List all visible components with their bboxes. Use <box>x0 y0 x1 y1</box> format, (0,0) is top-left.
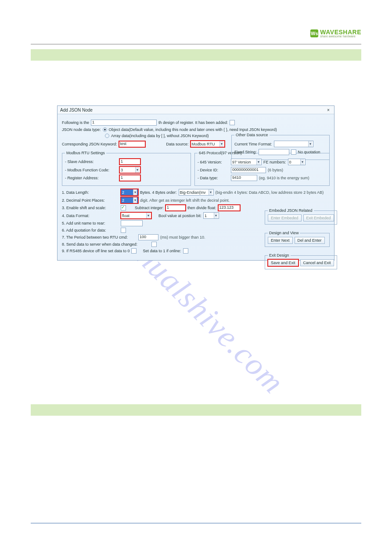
add-json-node-dialog: Add JSON Node × Following is the 1 th de… <box>57 105 334 261</box>
json-node-type-label: JSON node data type: <box>62 127 101 132</box>
embeded-legend: Embeded JSON Related <box>268 208 314 213</box>
row2-note: digit. After get as intenger left shift … <box>140 198 230 203</box>
bool-pos-label: Bool value at postion bit: <box>158 214 201 218</box>
radio-object-label: Object data(Default value, including thi… <box>109 127 277 132</box>
exit-embeded-button[interactable]: Exit Embeded <box>303 214 334 221</box>
row9-label: 9. If RS485 device off line set data to … <box>62 249 129 253</box>
divide-float-label: then divide float: <box>187 206 216 210</box>
row7-label: 7. The Period between two RTU cmd: <box>62 235 137 239</box>
p645-device-id-input[interactable]: 000000000001 <box>231 167 266 173</box>
bytes-order-select[interactable]: Big-Endian(Inv <box>179 189 214 196</box>
row7-note: (ms) must bigger than 10. <box>160 235 205 239</box>
radio-object-data[interactable] <box>103 127 107 132</box>
period-input[interactable]: 100 <box>138 234 158 240</box>
no-quotation-label: No quotation <box>298 150 320 154</box>
row1-note: (big-endin 4 bytes: Data ABCD, low addre… <box>216 190 324 195</box>
corresponding-keyword-input[interactable]: test <box>119 141 145 147</box>
row1-label: 1. Data Length: <box>62 190 119 195</box>
p645-data-type-label: - Data type: <box>198 176 229 180</box>
radio-array-label: Array data(including data by [ ], withou… <box>111 134 209 138</box>
modbus-rtu-legend: Modbus RTU Settings <box>65 151 106 155</box>
brand-logo: Ws WAVESHARE share awesome hardware <box>310 29 361 38</box>
modbus-func-label: - Modbus Function Code: <box>65 168 118 172</box>
close-icon[interactable]: × <box>325 108 331 112</box>
bool-pos-select[interactable]: 1 <box>203 212 219 219</box>
section-bar-bottom <box>31 404 361 416</box>
dialog-title: Add JSON Node <box>60 108 93 112</box>
header-rule <box>31 44 361 44</box>
exit-design-legend: Exit Design <box>268 253 291 258</box>
register-address-label: - Register Address: <box>65 176 118 180</box>
design-view-legend: Design and View <box>268 231 300 235</box>
row3-label: 3. Enable shift and scale: <box>62 206 119 210</box>
p645-device-id-label: - Device ID: <box>198 168 229 172</box>
decimal-places-select[interactable]: 2 <box>121 197 138 203</box>
current-time-format-label: Current Time Format: <box>234 142 272 146</box>
add-quotation-checkbox[interactable] <box>121 228 126 233</box>
p645-version-select[interactable]: 97 Version <box>231 159 262 165</box>
fe-numbers-select[interactable]: 0 <box>288 159 306 165</box>
cancel-and-exit-button[interactable]: Cancel and Exit <box>300 259 334 266</box>
slave-address-label: - Slave Address: <box>65 160 118 164</box>
corresponding-keyword-label: Corresponding JSON Keyword: <box>62 142 117 146</box>
offline-zero-checkbox[interactable] <box>131 248 137 254</box>
enter-next-button[interactable]: Enter Next <box>268 237 293 244</box>
p645-device-id-note: (6 bytes) <box>268 168 283 172</box>
following-label: Following is the <box>62 120 89 125</box>
row5-label: 5. Add unit name to rear: <box>62 221 119 225</box>
data-source-select[interactable]: Modbus RTU <box>191 141 225 147</box>
p645-data-type-input[interactable]: 9410 <box>231 175 257 181</box>
has-been-added-checkbox[interactable] <box>230 120 235 125</box>
logo-icon: Ws <box>310 29 318 37</box>
online-one-checkbox[interactable] <box>183 248 188 254</box>
save-and-exit-button[interactable]: Save and Exit <box>268 259 298 266</box>
unit-name-input[interactable] <box>121 220 143 226</box>
subtract-integer-label: Subtract integer: <box>135 206 164 210</box>
section-bar-top <box>31 49 361 61</box>
no-quotation-checkbox[interactable] <box>291 149 296 155</box>
slave-address-input[interactable]: 1 <box>119 159 140 165</box>
data-source-label: Data source: <box>166 142 189 146</box>
data-length-select[interactable]: 2 <box>121 189 138 196</box>
divide-float-input[interactable]: 123.123 <box>218 205 240 211</box>
row4-label: 4. Data Format: <box>62 214 119 218</box>
row2-label: 2. Decimal Point Places: <box>62 198 119 203</box>
subtract-integer-input[interactable]: 1 <box>165 205 186 211</box>
row8-label: 8. Send data to server when data changed… <box>62 242 150 247</box>
data-format-select[interactable]: float <box>121 212 151 219</box>
p645-version-label: - 645 Version: <box>198 160 229 164</box>
footer-rule <box>31 523 361 523</box>
fixed-string-input[interactable] <box>259 149 289 155</box>
p645-data-type-note: (eg. 9410 is the energy sum) <box>259 176 309 180</box>
enable-shift-scale-checkbox[interactable] <box>121 205 126 210</box>
del-and-enter-button[interactable]: Del and Enter <box>295 237 325 244</box>
enter-embeded-button[interactable]: Enter Embeded <box>268 214 302 221</box>
logo-subtitle: share awesome hardware <box>320 35 361 38</box>
row9-mid: Set data to 1 if online: <box>143 249 181 253</box>
row6-label: 6. Add quotation for data: <box>62 228 119 232</box>
following-suffix: th design of register. It has been added… <box>158 120 228 125</box>
register-address-input[interactable]: 1 <box>119 175 140 181</box>
other-data-source-legend: Other Data source <box>234 133 270 137</box>
fixed-string-label: Fixed String: <box>234 150 257 154</box>
modbus-func-select[interactable]: 3 <box>119 167 140 173</box>
row1-after: Bytes. 4 Bytes order: <box>140 190 177 195</box>
radio-array-data[interactable] <box>105 134 109 138</box>
fe-numbers-label: FE numbers: <box>263 160 286 164</box>
design-index-input[interactable]: 1 <box>91 120 157 126</box>
send-on-change-checkbox[interactable] <box>151 242 157 247</box>
current-time-format-select[interactable] <box>274 141 313 147</box>
